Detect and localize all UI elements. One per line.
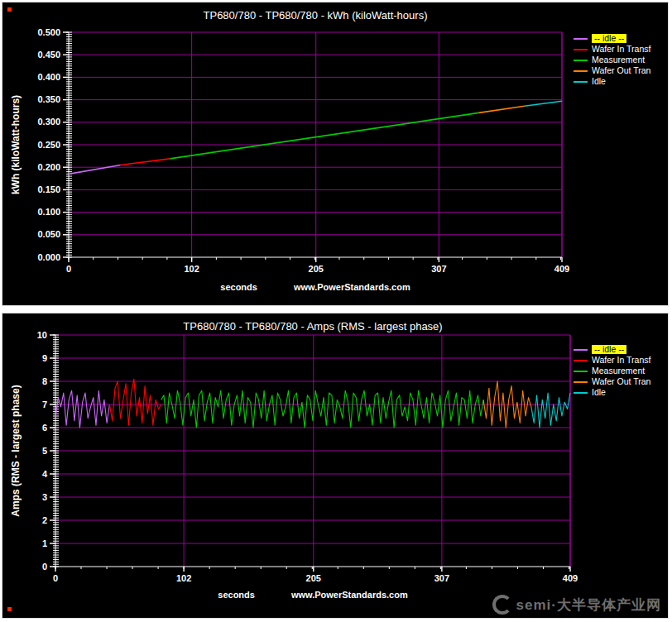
svg-text:1: 1 xyxy=(42,538,47,548)
legend-item: Measurement xyxy=(574,55,650,65)
svg-text:5: 5 xyxy=(42,446,47,456)
watermark-text: semi·大半导体产业网 xyxy=(516,596,661,615)
svg-text:0: 0 xyxy=(66,264,71,274)
svg-text:4: 4 xyxy=(42,469,48,479)
legend: -- idle --Wafer In TransfMeasurementWafe… xyxy=(574,34,650,86)
svg-text:307: 307 xyxy=(431,264,446,274)
legend-swatch xyxy=(574,371,588,372)
legend-label: Idle xyxy=(592,77,606,86)
kwh-chart-canvas: 0.0000.0500.1000.1500.2000.2500.3000.350… xyxy=(2,2,668,305)
legend-item: -- idle -- xyxy=(574,345,650,354)
y-axis-label: kWh (kiloWatt-hours) xyxy=(10,95,22,194)
legend-label: Wafer In Transf xyxy=(592,356,650,365)
legend-item: Idle xyxy=(574,77,650,86)
svg-text:205: 205 xyxy=(306,573,321,583)
svg-text:409: 409 xyxy=(554,264,569,274)
svg-text:0.300: 0.300 xyxy=(37,117,60,127)
y-axis-label: Amps (RMS - largest phase) xyxy=(10,385,22,516)
svg-text:8: 8 xyxy=(42,376,47,386)
chart-title: TP680/780 - TP680/780 - kWh (kiloWatt-ho… xyxy=(69,9,562,22)
legend-item: Wafer In Transf xyxy=(574,45,650,54)
legend-label: Wafer In Transf xyxy=(592,45,650,54)
legend-item: Wafer Out Tran xyxy=(574,377,650,386)
legend-label: Wafer Out Tran xyxy=(592,377,650,386)
svg-text:0.150: 0.150 xyxy=(37,184,60,194)
svg-text:102: 102 xyxy=(184,264,199,274)
svg-text:0.000: 0.000 xyxy=(37,252,60,262)
svg-text:9: 9 xyxy=(42,353,47,363)
svg-text:0: 0 xyxy=(53,573,58,583)
legend-label: -- idle -- xyxy=(592,34,626,43)
semi-logo-icon xyxy=(492,595,512,615)
x-axis-label: seconds xyxy=(220,282,257,292)
svg-text:409: 409 xyxy=(563,573,578,583)
svg-text:102: 102 xyxy=(176,573,191,583)
svg-text:0.400: 0.400 xyxy=(37,72,60,82)
legend-label: Wafer Out Tran xyxy=(592,66,650,75)
svg-text:0.350: 0.350 xyxy=(37,94,60,104)
legend-label: Measurement xyxy=(592,55,645,65)
legend: -- idle --Wafer In TransfMeasurementWafe… xyxy=(574,345,650,397)
legend-swatch xyxy=(574,360,588,361)
legend-swatch xyxy=(574,349,588,351)
amps-chart-panel: 0123456789100102205307409 TP680/780 - TP… xyxy=(2,313,669,619)
powerstandards-credit: www.PowerStandards.com xyxy=(291,590,408,600)
legend-label: Idle xyxy=(592,388,606,397)
legend-swatch xyxy=(574,38,588,40)
legend-swatch xyxy=(574,81,588,83)
svg-text:0.200: 0.200 xyxy=(37,162,60,172)
legend-item: Wafer Out Tran xyxy=(574,66,650,75)
legend-item: Wafer In Transf xyxy=(574,356,650,365)
amps-chart-canvas: 0123456789100102205307409 xyxy=(2,313,668,618)
legend-swatch xyxy=(574,392,588,394)
svg-text:3: 3 xyxy=(42,492,47,502)
legend-item: Measurement xyxy=(574,366,650,376)
svg-text:7: 7 xyxy=(42,400,47,409)
svg-text:0.500: 0.500 xyxy=(37,27,60,37)
powerstandards-credit: www.PowerStandards.com xyxy=(294,282,410,292)
legend-swatch xyxy=(574,49,588,50)
watermark: semi·大半导体产业网 xyxy=(492,595,661,615)
x-axis-row: seconds www.PowerStandards.com xyxy=(69,282,562,292)
svg-text:2: 2 xyxy=(42,515,47,525)
red-corner-marker xyxy=(7,607,12,611)
legend-label: -- idle -- xyxy=(592,345,626,354)
svg-text:0: 0 xyxy=(42,562,47,572)
svg-text:0.450: 0.450 xyxy=(37,50,60,60)
svg-text:6: 6 xyxy=(42,423,47,433)
legend-swatch xyxy=(574,70,588,72)
svg-text:0.100: 0.100 xyxy=(37,207,60,217)
svg-text:10: 10 xyxy=(37,330,47,340)
chart-title: TP680/780 - TP680/780 - Amps (RMS - larg… xyxy=(55,320,570,333)
legend-swatch xyxy=(574,381,588,383)
kwh-chart-panel: 0.0000.0500.1000.1500.2000.2500.3000.350… xyxy=(2,2,669,306)
svg-text:205: 205 xyxy=(309,264,324,274)
legend-swatch xyxy=(574,60,588,61)
svg-text:0.050: 0.050 xyxy=(37,229,60,239)
legend-item: Idle xyxy=(574,388,650,397)
svg-text:0.250: 0.250 xyxy=(37,140,60,150)
legend-item: -- idle -- xyxy=(574,34,650,43)
svg-text:307: 307 xyxy=(434,573,449,583)
legend-label: Measurement xyxy=(592,366,645,376)
x-axis-label: seconds xyxy=(218,590,255,600)
